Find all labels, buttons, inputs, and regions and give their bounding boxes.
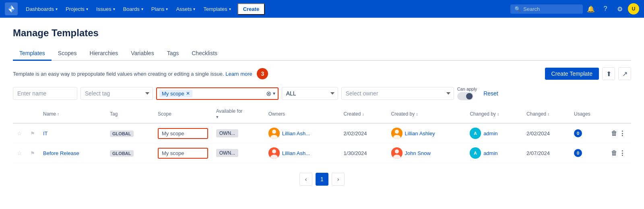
name-cell[interactable]: IT: [39, 123, 106, 143]
nav-dashboards[interactable]: Dashboards ▾: [23, 4, 61, 14]
reset-button[interactable]: Reset: [480, 89, 502, 98]
changed-by-cell: A admin: [466, 143, 522, 163]
star-cell[interactable]: ☆: [13, 123, 26, 143]
can-apply-box: Can apply: [457, 87, 477, 100]
th-name[interactable]: Name ↑: [39, 105, 106, 123]
templates-table: Name ↑ Tag Scope Available for▾ Owners C…: [13, 105, 631, 163]
created-by-name-link[interactable]: Lillian Ashley: [405, 130, 435, 137]
star-icon[interactable]: ☆: [17, 150, 22, 156]
created-by-avatar: [391, 147, 402, 159]
tab-templates[interactable]: Templates: [13, 47, 52, 61]
more-options-icon[interactable]: ⋮: [619, 149, 625, 157]
th-created[interactable]: Created ↓: [340, 105, 387, 123]
name-cell[interactable]: Before Release: [39, 143, 106, 163]
created-sort-icon: ↓: [362, 112, 364, 116]
tab-hierarchies[interactable]: Hierarchies: [83, 47, 125, 61]
search-box[interactable]: 🔍 Search: [510, 4, 583, 14]
th-changed[interactable]: Changed ↕: [522, 105, 570, 123]
available-for-cell[interactable]: OWN...: [212, 143, 264, 163]
toolbar-actions: Create Template ⬆ ↗: [545, 67, 631, 80]
boards-chevron-icon: ▾: [141, 7, 143, 11]
flag-icon[interactable]: ⚑: [30, 130, 35, 137]
svg-point-2: [272, 130, 276, 134]
star-cell[interactable]: ☆: [13, 143, 26, 163]
next-page-button[interactable]: ›: [332, 173, 345, 186]
owner-name-link[interactable]: Lillian Ash...: [282, 150, 310, 156]
tag-filter-select[interactable]: Select tag: [80, 87, 153, 100]
actions-cell: 🗑 ⋮: [607, 123, 631, 143]
more-options-icon[interactable]: ⋮: [619, 130, 625, 137]
scope-filter-input[interactable]: [194, 90, 264, 97]
avatar[interactable]: U: [628, 3, 639, 14]
description-bar: Template is an easy way to prepopulate f…: [13, 67, 631, 80]
nav-projects[interactable]: Projects ▾: [62, 4, 91, 14]
nav-issues[interactable]: Issues ▾: [93, 4, 118, 14]
changed-by-name-link[interactable]: admin: [483, 150, 497, 156]
flag-icon[interactable]: ⚑: [30, 150, 35, 156]
changed-date-cell: 2/07/2024: [522, 143, 570, 163]
table-row: ☆ ⚑ Before Release GLOBAL My scope OWN..…: [13, 143, 631, 163]
changed-by-avatar: A: [470, 147, 481, 159]
created-by-avatar: [391, 128, 402, 139]
nav-boards[interactable]: Boards ▾: [120, 4, 147, 14]
step-badge: 3: [257, 68, 268, 79]
nav-assets[interactable]: Assets ▾: [173, 4, 198, 14]
tag-cell: GLOBAL: [106, 123, 154, 143]
template-name-link[interactable]: Before Release: [43, 150, 79, 156]
settings-icon[interactable]: ⚙: [613, 2, 626, 15]
flag-cell[interactable]: ⚑: [26, 123, 39, 143]
create-template-button[interactable]: Create Template: [545, 68, 599, 80]
scope-filter-box[interactable]: My scope ✕ ⊗ ▾: [156, 87, 279, 100]
upload-icon: ⬆: [606, 70, 611, 78]
star-icon[interactable]: ☆: [17, 130, 22, 137]
own-button[interactable]: OWN...: [216, 129, 238, 137]
created-by-name-link[interactable]: John Snow: [405, 150, 431, 156]
upload-button[interactable]: ⬆: [602, 67, 615, 80]
delete-icon[interactable]: 🗑: [611, 149, 617, 157]
flag-cell[interactable]: ⚑: [26, 143, 39, 163]
tab-scopes[interactable]: Scopes: [52, 47, 83, 61]
all-filter-select[interactable]: ALL: [282, 87, 338, 100]
usages-cell: 0: [570, 143, 607, 163]
changed-by-sort-icon: ↕: [497, 112, 499, 116]
learn-more-link[interactable]: Learn more: [225, 71, 252, 77]
help-icon[interactable]: ?: [599, 2, 612, 15]
jira-logo[interactable]: [5, 2, 18, 15]
th-created-by[interactable]: Created by ↕: [387, 105, 466, 123]
owners-cell: Lillian Ash...: [264, 123, 340, 143]
page-1-button[interactable]: 1: [316, 173, 328, 186]
tab-tags[interactable]: Tags: [161, 47, 186, 61]
changed-by-name-link[interactable]: admin: [483, 130, 497, 137]
scope-tag: My scope ✕: [159, 90, 192, 97]
table-row: ☆ ⚑ IT GLOBAL My scope OWN...: [13, 123, 631, 143]
prev-page-button[interactable]: ‹: [299, 173, 312, 186]
scope-clear-icon[interactable]: ⊗: [266, 90, 271, 97]
template-name-link[interactable]: IT: [43, 130, 48, 137]
own-button[interactable]: OWN...: [216, 149, 238, 157]
delete-icon[interactable]: 🗑: [611, 130, 617, 137]
plans-chevron-icon: ▾: [166, 7, 168, 11]
owner-filter-select[interactable]: Select owner: [341, 87, 454, 100]
changed-date-cell: 2/02/2024: [522, 123, 570, 143]
scope-cell-0: My scope: [154, 123, 212, 143]
name-filter-input[interactable]: [13, 87, 77, 100]
actions-cell: 🗑 ⋮: [607, 143, 631, 163]
can-apply-toggle[interactable]: [457, 92, 473, 100]
create-button[interactable]: Create: [237, 3, 265, 15]
nav-plans[interactable]: Plans ▾: [148, 4, 171, 14]
tab-checklists[interactable]: Checklists: [185, 47, 224, 61]
scope-chevron-icon[interactable]: ▾: [273, 91, 275, 96]
notifications-icon[interactable]: 🔔: [584, 2, 597, 15]
nav-templates[interactable]: Templates ▾: [200, 4, 234, 14]
available-for-cell[interactable]: OWN...: [212, 123, 264, 143]
scope-tag-remove-icon[interactable]: ✕: [186, 91, 190, 96]
owner-name-link[interactable]: Lillian Ash...: [282, 130, 310, 137]
tab-variables[interactable]: Variables: [124, 47, 160, 61]
created-date-cell: 2/02/2024: [340, 123, 387, 143]
usage-badge: 0: [574, 149, 582, 157]
share-button[interactable]: ↗: [618, 67, 631, 80]
th-available-for: Available for▾: [212, 105, 264, 123]
th-changed-by[interactable]: Changed by ↕: [466, 105, 522, 123]
svg-point-5: [395, 130, 399, 134]
tab-bar: Templates Scopes Hierarchies Variables T…: [13, 47, 631, 61]
